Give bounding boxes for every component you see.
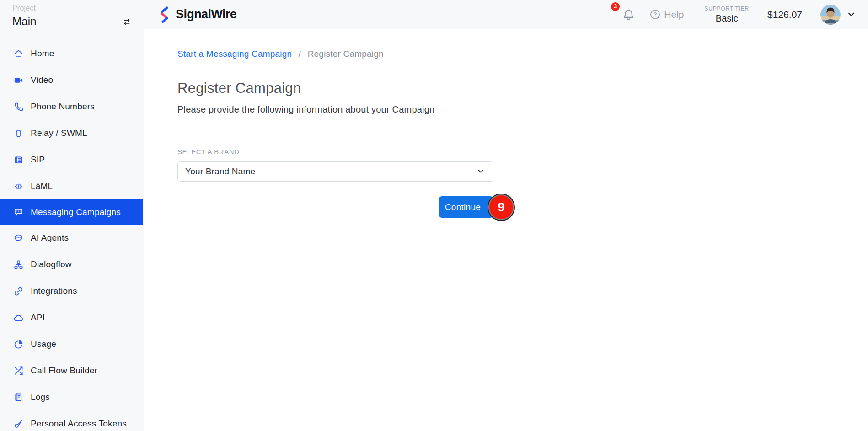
project-switch-icon[interactable] [121,17,133,27]
sidebar-item-label: AI Agents [31,233,69,243]
sidebar-item-label: LāML [31,181,53,191]
message-bubble-icon [13,207,24,217]
chevron-down-icon[interactable] [847,10,856,19]
sidebar-item-label: Logs [31,392,50,402]
chip-icon [13,128,24,139]
breadcrumb-parent-link[interactable]: Start a Messaging Campaign [177,49,292,59]
sidebar-item-label: Usage [31,339,56,349]
signalwire-logo-icon [158,6,171,23]
breadcrumb: Start a Messaging Campaign / Register Ca… [177,49,384,59]
sidebar-nav: HomeVideoPhone NumbersRelay / SWMLSIPLāM… [0,40,143,431]
help-icon: ? [650,10,660,19]
sidebar-item-label: Phone Numbers [31,102,95,112]
continue-button[interactable]: Continue [439,196,493,218]
sidebar-item-label: API [31,312,45,323]
sitemap-icon [13,259,24,270]
pie-chart-icon [13,339,24,350]
sidebar-item-ai-agents[interactable]: AI Agents [0,225,143,251]
sidebar-item-dialogflow[interactable]: Dialogflow [0,251,143,278]
speech-bubble-icon [13,233,24,243]
help-button[interactable]: ? Help [650,9,684,20]
cloud-icon [13,312,24,323]
page-subtitle: Please provide the following information… [177,104,434,115]
select-chevron-down-icon [477,167,485,176]
sidebar: Project Main HomeVideoPhone NumbersRelay… [0,0,143,431]
project-name: Main [12,15,37,28]
notification-count-badge: 3 [611,2,620,11]
sidebar-item-video[interactable]: Video [0,67,143,93]
video-icon [13,75,24,86]
brand-select-value: Your Brand Name [185,167,255,177]
sidebar-item-label: Personal Access Tokens [31,419,127,429]
header-actions: 3 ? Help SUPPORT TIER Basic $126.07 [622,5,868,25]
brand-select[interactable]: Your Brand Name [177,161,493,182]
sidebar-item-label: SIP [31,155,45,165]
code-icon [13,181,24,192]
sidebar-item-home[interactable]: Home [0,40,143,67]
main-content: Start a Messaging Campaign / Register Ca… [144,29,868,431]
link-icon [13,286,24,296]
sidebar-item-label: Messaging Campaigns [31,207,121,217]
sidebar-item-label: Call Flow Builder [31,366,97,376]
support-tier-value: Basic [704,13,749,24]
brand-field-label: SELECT A BRAND [177,148,240,156]
sidebar-item-api[interactable]: API [0,304,143,331]
page-title: Register Campaign [177,80,301,97]
sidebar-item-logs[interactable]: Logs [0,384,143,410]
signalwire-logo[interactable]: SignalWire [158,6,236,23]
annotation-step-badge: 9 [489,195,513,219]
phone-icon [13,102,24,112]
top-header: SignalWire 3 ? Help SUPPORT TIER Basic $… [144,0,868,29]
sidebar-item-personal-access-tokens[interactable]: Personal Access Tokens [0,410,143,431]
project-label: Project [12,4,37,12]
sidebar-item-call-flow-builder[interactable]: Call Flow Builder [0,357,143,384]
sidebar-item-messaging-campaigns[interactable]: Messaging Campaigns [0,199,143,225]
sidebar-item-integrations[interactable]: Integrations [0,278,143,304]
sidebar-item-relay-swml[interactable]: Relay / SWML [0,120,143,146]
home-icon [13,48,24,59]
desk-phone-icon [13,155,24,165]
breadcrumb-current: Register Campaign [308,49,384,59]
project-switcher: Project Main [12,4,37,28]
notifications-bell-icon[interactable]: 3 [622,8,635,22]
sidebar-item-label: Integrations [31,286,77,296]
sidebar-item-label: Dialogflow [31,259,72,269]
support-tier-label: SUPPORT TIER [704,5,749,12]
account-balance: $126.07 [767,9,802,20]
sidebar-item-label: Video [31,75,53,85]
brand-name: SignalWire [176,7,236,22]
shuffle-icon [13,366,24,376]
sidebar-item-usage[interactable]: Usage [0,331,143,357]
sidebar-item-l-ml[interactable]: LāML [0,173,143,199]
sidebar-item-sip[interactable]: SIP [0,146,143,173]
breadcrumb-separator: / [299,49,301,59]
help-label: Help [664,9,684,20]
logs-book-icon [13,392,24,403]
sidebar-item-label: Home [31,48,54,59]
sidebar-item-label: Relay / SWML [31,128,87,138]
key-icon [13,419,24,429]
sidebar-item-phone-numbers[interactable]: Phone Numbers [0,93,143,120]
app-root: Project Main HomeVideoPhone NumbersRelay… [0,0,868,431]
support-tier: SUPPORT TIER Basic [704,5,749,24]
avatar[interactable] [820,5,841,25]
